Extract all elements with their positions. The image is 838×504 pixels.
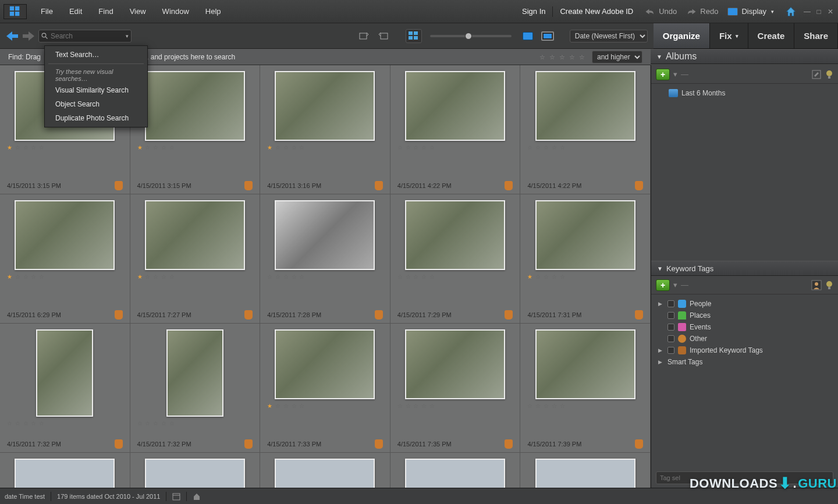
search-dropdown-arrow[interactable]: ▾: [126, 33, 129, 39]
rating-filter-select[interactable]: and higher: [592, 51, 642, 63]
home-small-icon[interactable]: [193, 492, 201, 501]
thumbnail-cell[interactable]: ★ ☆ ☆ ☆ ☆4/15/2011 3:15 PM: [130, 65, 261, 194]
edit-icon[interactable]: [811, 69, 822, 80]
thumbnail-image[interactable]: [405, 71, 505, 141]
rotate-cw-button[interactable]: [375, 29, 392, 43]
thumbnail-cell[interactable]: ☆ ☆ ☆ ☆ ☆4/15/2011 4:22 PM: [520, 65, 651, 194]
thumbnail-cell[interactable]: [390, 453, 521, 488]
thumbnail-cell[interactable]: ★ ☆ ☆ ☆ ☆4/15/2011 6:29 PM: [0, 194, 130, 324]
close-button[interactable]: ✕: [826, 8, 835, 16]
tab-create[interactable]: Create: [748, 23, 795, 48]
thumbnail-image[interactable]: [275, 71, 375, 141]
keyword-panel-header[interactable]: ▼ Keyword Tags: [651, 261, 838, 276]
home-icon[interactable]: [784, 6, 797, 17]
menu-edit[interactable]: Edit: [61, 0, 90, 23]
sign-in-link[interactable]: Sign In: [515, 0, 552, 23]
rating-stars[interactable]: ☆ ☆ ☆ ☆ ☆: [7, 420, 123, 427]
rating-stars[interactable]: ☆ ☆ ☆ ☆ ☆: [137, 420, 253, 427]
thumbnail-cell[interactable]: ☆ ☆ ☆ ☆ ☆4/15/2011 7:32 PM: [0, 324, 130, 453]
thumbnail-image[interactable]: [145, 71, 245, 141]
sort-select[interactable]: Date (Newest First): [570, 30, 648, 42]
thumbnail-image[interactable]: [166, 329, 223, 417]
thumbnail-image[interactable]: [275, 329, 375, 399]
menu-object-search[interactable]: Object Search: [45, 97, 147, 111]
thumbnail-image[interactable]: [36, 329, 93, 417]
fullscreen-button[interactable]: [539, 29, 556, 43]
thumbnail-cell[interactable]: ☆ ☆ ☆ ☆ ☆4/15/2011 7:35 PM: [390, 324, 521, 453]
thumbnail-cell[interactable]: ☆ ☆ ☆ ☆ ☆4/15/2011 7:29 PM: [390, 194, 521, 324]
new-album-button[interactable]: +: [656, 69, 670, 80]
rating-stars[interactable]: ★ ☆ ☆ ☆ ☆: [7, 144, 123, 151]
menu-visual-search[interactable]: Visual Similarity Search: [45, 83, 147, 97]
thumbnail-cell[interactable]: ★ ☆ ☆ ☆ ☆4/15/2011 3:16 PM: [260, 65, 390, 194]
bulb-icon[interactable]: [825, 70, 833, 79]
rating-stars[interactable]: ☆ ☆ ☆ ☆ ☆: [397, 403, 513, 409]
maximize-button[interactable]: □: [815, 8, 823, 16]
rating-stars[interactable]: ★ ☆ ☆ ☆ ☆: [7, 274, 123, 280]
rating-filter-stars[interactable]: ☆ ☆ ☆ ☆ ☆: [539, 53, 586, 61]
forward-button[interactable]: [22, 30, 35, 42]
search-box[interactable]: ▾: [38, 30, 132, 42]
menu-file[interactable]: File: [33, 0, 61, 23]
calendar-icon[interactable]: [172, 492, 180, 501]
back-button[interactable]: [6, 30, 19, 42]
tag-people[interactable]: ▶People: [657, 298, 832, 310]
thumbnail-cell[interactable]: ★ ☆ ☆ ☆ ☆4/15/2011 7:27 PM: [130, 194, 261, 324]
thumbnail-image[interactable]: [275, 459, 375, 488]
thumbnail-cell[interactable]: [0, 453, 130, 488]
thumbnail-cell[interactable]: [520, 453, 651, 488]
display-menu[interactable]: Display▾: [723, 7, 779, 16]
thumbnail-image[interactable]: [405, 459, 505, 488]
thumbnail-image[interactable]: [145, 200, 245, 270]
bulb-icon[interactable]: [825, 281, 833, 290]
rating-stars[interactable]: ☆ ☆ ☆ ☆ ☆: [267, 274, 383, 280]
thumbnail-image[interactable]: [145, 459, 245, 488]
thumbnail-cell[interactable]: [260, 453, 390, 488]
menu-duplicate-search[interactable]: Duplicate Photo Search: [45, 111, 147, 125]
tag-places[interactable]: Places: [657, 310, 832, 321]
minimize-button[interactable]: —: [803, 8, 811, 16]
thumbnail-image[interactable]: [275, 200, 375, 270]
menu-text-search[interactable]: Text Search…: [45, 48, 147, 62]
thumbnail-cell[interactable]: ★ ☆ ☆ ☆ ☆4/15/2011 7:33 PM: [260, 324, 390, 453]
menu-view[interactable]: View: [122, 0, 154, 23]
thumbnail-image[interactable]: [15, 459, 115, 488]
album-item[interactable]: Last 6 Months: [657, 87, 832, 99]
tag-imported[interactable]: ▶Imported Keyword Tags: [657, 345, 832, 356]
tab-organize[interactable]: Organize: [654, 23, 710, 48]
zoom-slider[interactable]: [430, 35, 512, 37]
thumbnail-cell[interactable]: ☆ ☆ ☆ ☆ ☆4/15/2011 7:39 PM: [520, 324, 651, 453]
app-logo[interactable]: [3, 4, 27, 19]
tab-fix[interactable]: Fix▾: [710, 23, 748, 48]
people-recognition-icon[interactable]: [811, 280, 822, 290]
thumbnail-cell[interactable]: ☆ ☆ ☆ ☆ ☆4/15/2011 4:22 PM: [390, 65, 521, 194]
thumbnail-cell[interactable]: ★ ☆ ☆ ☆ ☆4/15/2011 7:31 PM: [520, 194, 651, 324]
thumbnail-cell[interactable]: [130, 453, 261, 488]
thumbnail-image[interactable]: [535, 71, 635, 141]
undo-button[interactable]: Undo: [640, 7, 681, 16]
thumbnail-image[interactable]: [535, 329, 635, 399]
rating-stars[interactable]: ☆ ☆ ☆ ☆ ☆: [397, 274, 513, 280]
single-view-button[interactable]: [520, 29, 536, 43]
rating-stars[interactable]: ★ ☆ ☆ ☆ ☆: [137, 144, 253, 151]
rating-stars[interactable]: ☆ ☆ ☆ ☆ ☆: [527, 403, 643, 409]
rating-stars[interactable]: ★ ☆ ☆ ☆ ☆: [137, 274, 253, 280]
thumbnail-image[interactable]: [535, 200, 635, 270]
new-tag-button[interactable]: +: [656, 279, 670, 291]
rating-stars[interactable]: ★ ☆ ☆ ☆ ☆: [267, 403, 383, 409]
tag-search-input[interactable]: [656, 471, 833, 484]
tab-share[interactable]: Share: [794, 23, 838, 48]
menu-help[interactable]: Help: [197, 0, 229, 23]
thumbnail-cell[interactable]: ☆ ☆ ☆ ☆ ☆4/15/2011 7:28 PM: [260, 194, 390, 324]
rating-stars[interactable]: ★ ☆ ☆ ☆ ☆: [527, 274, 643, 280]
tag-other[interactable]: Other: [657, 333, 832, 345]
menu-find[interactable]: Find: [90, 0, 121, 23]
thumbnail-view-button[interactable]: [406, 29, 422, 43]
tag-smart[interactable]: ▶Smart Tags: [657, 356, 832, 368]
rating-stars[interactable]: ☆ ☆ ☆ ☆ ☆: [397, 144, 513, 151]
rating-stars[interactable]: ☆ ☆ ☆ ☆ ☆: [527, 144, 643, 151]
search-input[interactable]: [51, 32, 115, 40]
thumbnail-image[interactable]: [535, 459, 635, 488]
thumbnail-image[interactable]: [15, 200, 115, 270]
tag-events[interactable]: Events: [657, 321, 832, 333]
